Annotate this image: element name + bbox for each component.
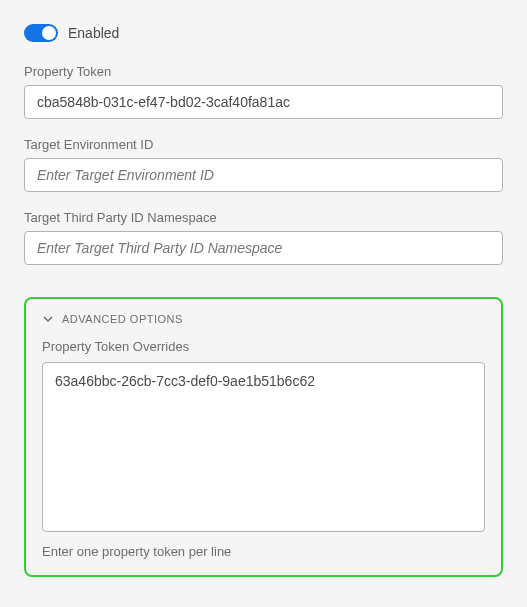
property-token-overrides-help: Enter one property token per line <box>42 544 485 559</box>
property-token-input[interactable] <box>24 85 503 119</box>
enabled-toggle[interactable] <box>24 24 58 42</box>
enabled-label: Enabled <box>68 25 119 41</box>
advanced-options-header[interactable]: ADVANCED OPTIONS <box>42 313 485 325</box>
chevron-down-icon <box>42 313 54 325</box>
advanced-options-title: ADVANCED OPTIONS <box>62 313 183 325</box>
advanced-options-section: ADVANCED OPTIONS Property Token Override… <box>24 297 503 577</box>
property-token-overrides-label: Property Token Overrides <box>42 339 485 354</box>
target-third-party-id-namespace-input[interactable] <box>24 231 503 265</box>
target-third-party-id-namespace-label: Target Third Party ID Namespace <box>24 210 503 225</box>
property-token-label: Property Token <box>24 64 503 79</box>
target-environment-id-label: Target Environment ID <box>24 137 503 152</box>
toggle-knob <box>42 26 56 40</box>
target-environment-id-input[interactable] <box>24 158 503 192</box>
property-token-overrides-textarea[interactable] <box>42 362 485 532</box>
